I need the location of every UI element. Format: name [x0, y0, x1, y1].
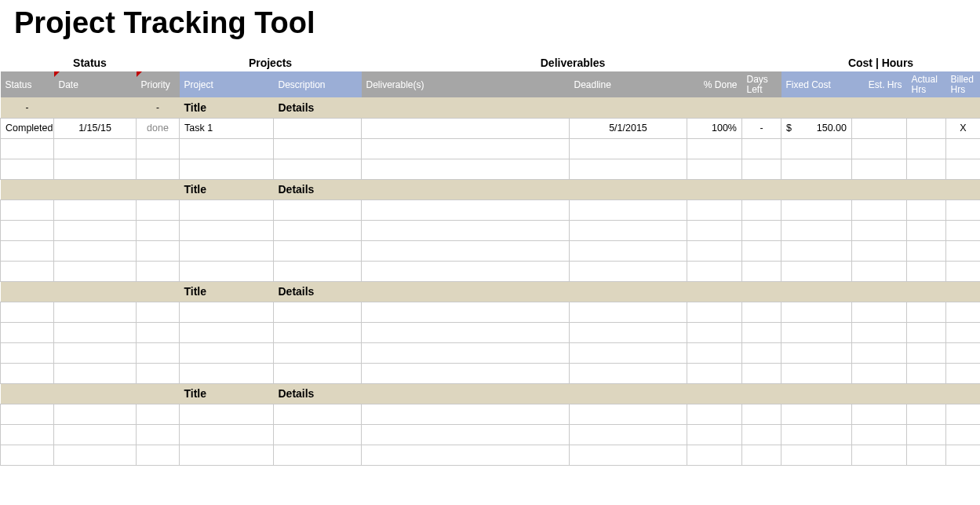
cell-deadline[interactable]: 5/1/2015 [570, 118, 687, 138]
section-label-status: Status [1, 54, 180, 71]
page-title: Project Tracking Tool [0, 0, 980, 54]
group-header-row: Title Details [1, 179, 981, 199]
group-details[interactable]: Details [274, 97, 981, 118]
table-row [1, 445, 981, 465]
col-deadline[interactable]: Deadline [570, 71, 687, 97]
group-details[interactable]: Details [274, 281, 981, 302]
group-header-row: - - Title Details [1, 97, 981, 118]
group-header-row: Title Details [1, 281, 981, 302]
table-row [1, 261, 981, 281]
col-status[interactable]: Status [1, 71, 54, 97]
table-row [1, 342, 981, 363]
column-header-row: Status Date Priority Project Description… [1, 71, 981, 97]
section-label-row: Status Projects Deliverables Cost | Hour… [1, 54, 981, 71]
col-date[interactable]: Date [54, 71, 137, 97]
col-deliverables[interactable]: Deliverable(s) [362, 71, 570, 97]
group-title[interactable]: Title [180, 281, 274, 302]
col-project[interactable]: Project [180, 71, 274, 97]
currency-value: 150.00 [817, 123, 847, 134]
group-details[interactable]: Details [274, 179, 981, 199]
table-row [1, 424, 981, 445]
cell-pct-done[interactable]: 100% [687, 118, 742, 138]
table-row [1, 302, 981, 322]
section-label-cost-hours: Cost | Hours [781, 54, 981, 71]
table-row [1, 322, 981, 342]
cell-days-left[interactable]: - [742, 118, 781, 138]
cell-actual-hrs[interactable] [907, 118, 946, 138]
cell-date[interactable]: 1/15/15 [54, 118, 137, 138]
section-label-projects: Projects [180, 54, 362, 71]
currency-symbol: $ [786, 123, 792, 134]
group-title[interactable]: Title [180, 383, 274, 404]
table-row [1, 240, 981, 261]
group-title[interactable]: Title [180, 179, 274, 199]
table-row [1, 404, 981, 424]
tracking-table: Status Projects Deliverables Cost | Hour… [0, 54, 980, 466]
col-est-hrs[interactable]: Est. Hrs [852, 71, 907, 97]
section-label-deliverables: Deliverables [362, 54, 781, 71]
table-row: Completed 1/15/15 done Task 1 5/1/2015 1… [1, 118, 981, 138]
group-details[interactable]: Details [274, 383, 981, 404]
col-actual-hrs[interactable]: Actual Hrs [907, 71, 946, 97]
comment-indicator-icon [137, 71, 142, 77]
col-days-left[interactable]: Days Left [742, 71, 781, 97]
group-title[interactable]: Title [180, 97, 274, 118]
cell-priority[interactable]: done [137, 118, 180, 138]
cell-description[interactable] [274, 118, 362, 138]
col-fixed-cost[interactable]: Fixed Cost [781, 71, 852, 97]
col-priority[interactable]: Priority [137, 71, 180, 97]
group-status-dash[interactable]: - [1, 97, 54, 118]
col-pct-done[interactable]: % Done [687, 71, 742, 97]
group-priority-dash[interactable]: - [137, 97, 180, 118]
cell-fixed-cost[interactable]: $ 150.00 [781, 118, 852, 138]
cell-status[interactable]: Completed [1, 118, 54, 138]
cell-deliverables[interactable] [362, 118, 570, 138]
table-row [1, 363, 981, 383]
group-header-row: Title Details [1, 383, 981, 404]
table-row [1, 138, 981, 159]
col-description[interactable]: Description [274, 71, 362, 97]
table-row [1, 220, 981, 240]
cell-billed-hrs[interactable]: X [946, 118, 981, 138]
cell-project[interactable]: Task 1 [180, 118, 274, 138]
col-billed-hrs[interactable]: Billed Hrs [946, 71, 981, 97]
cell-est-hrs[interactable] [852, 118, 907, 138]
comment-indicator-icon [54, 71, 60, 77]
group-date[interactable] [54, 97, 137, 118]
table-row [1, 199, 981, 220]
table-row [1, 159, 981, 179]
